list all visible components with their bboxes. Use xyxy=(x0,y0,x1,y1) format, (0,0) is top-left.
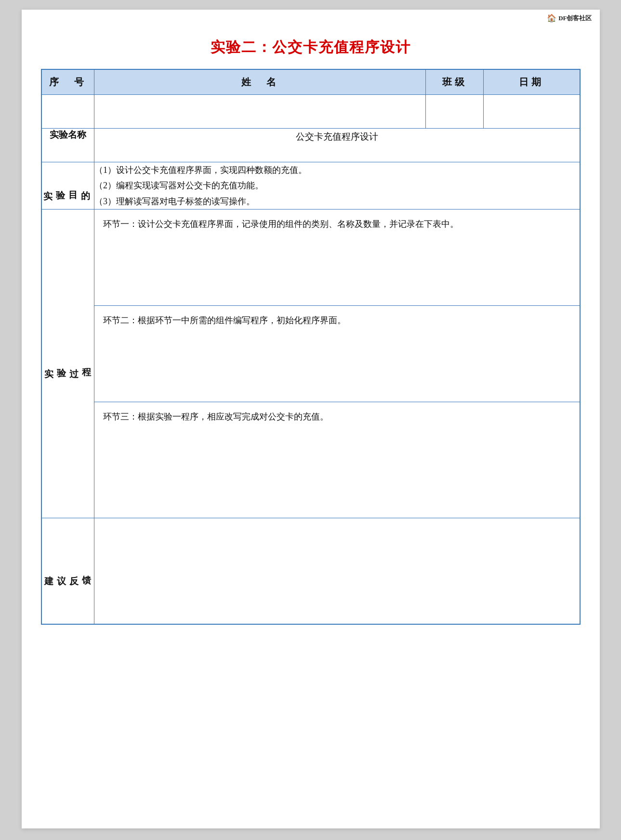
header-class: 班级 xyxy=(426,69,484,95)
process-sub3: 环节三：根据实验一程序，相应改写完成对公交卡的充值。 xyxy=(94,402,580,518)
process-sub1: 环节一：设计公交卡充值程序界面，记录使用的组件的类别、名称及数量，并记录在下表中… xyxy=(94,210,580,306)
process-row: 实 验 过 程 环节一：设计公交卡充值程序界面，记录使用的组件的类别、名称及数量… xyxy=(41,210,580,518)
main-table: 序 号 姓 名 班级 日期 实验名称 公交卡充值程序设计 xyxy=(41,69,581,625)
experiment-name-row: 实验名称 公交卡充值程序设计 xyxy=(41,129,580,162)
seq-cell xyxy=(41,95,94,129)
table-header-row: 序 号 姓 名 班级 日期 xyxy=(41,69,580,95)
page-title: 实验二：公交卡充值程序设计 xyxy=(41,38,581,57)
process-label: 实 验 过 程 xyxy=(41,210,94,518)
objective-line1: （1）设计公交卡充值程序界面，实现四种数额的充值。 xyxy=(94,162,580,178)
objective-line3: （3）理解读写器对电子标签的读写操作。 xyxy=(94,194,580,209)
watermark-icon: 🏠 xyxy=(547,13,556,23)
process-sub2: 环节二：根据环节一中所需的组件编写程序，初始化程序界面。 xyxy=(94,306,580,402)
watermark-text: DF创客社区 xyxy=(558,14,592,23)
objective-content: （1）设计公交卡充值程序界面，实现四种数额的充值。 （2）编程实现读写器对公交卡… xyxy=(94,162,580,210)
class-cell xyxy=(426,95,484,129)
watermark: 🏠 DF创客社区 xyxy=(547,13,592,23)
feedback-label: 建 议 反 馈 xyxy=(41,518,94,624)
experiment-name-label: 实验名称 xyxy=(41,129,94,162)
header-date: 日期 xyxy=(484,69,580,95)
objective-row: 实 验 目 的 （1）设计公交卡充值程序界面，实现四种数额的充值。 （2）编程实… xyxy=(41,162,580,210)
feedback-content xyxy=(94,518,580,624)
page: 🏠 DF创客社区 实验二：公交卡充值程序设计 序 号 姓 名 班级 日期 xyxy=(22,10,600,828)
process-sections: 环节一：设计公交卡充值程序界面，记录使用的组件的类别、名称及数量，并记录在下表中… xyxy=(94,210,580,518)
feedback-row: 建 议 反 馈 xyxy=(41,518,580,624)
date-cell xyxy=(484,95,580,129)
experiment-name-value: 公交卡充值程序设计 xyxy=(94,129,580,162)
header-seq: 序 号 xyxy=(41,69,94,95)
name-cell xyxy=(94,95,426,129)
header-name: 姓 名 xyxy=(94,69,426,95)
objective-line2: （2）编程实现读写器对公交卡的充值功能。 xyxy=(94,178,580,193)
data-entry-row xyxy=(41,95,580,129)
process-content-cell: 环节一：设计公交卡充值程序界面，记录使用的组件的类别、名称及数量，并记录在下表中… xyxy=(94,210,580,518)
objective-label: 实 验 目 的 xyxy=(41,162,94,210)
